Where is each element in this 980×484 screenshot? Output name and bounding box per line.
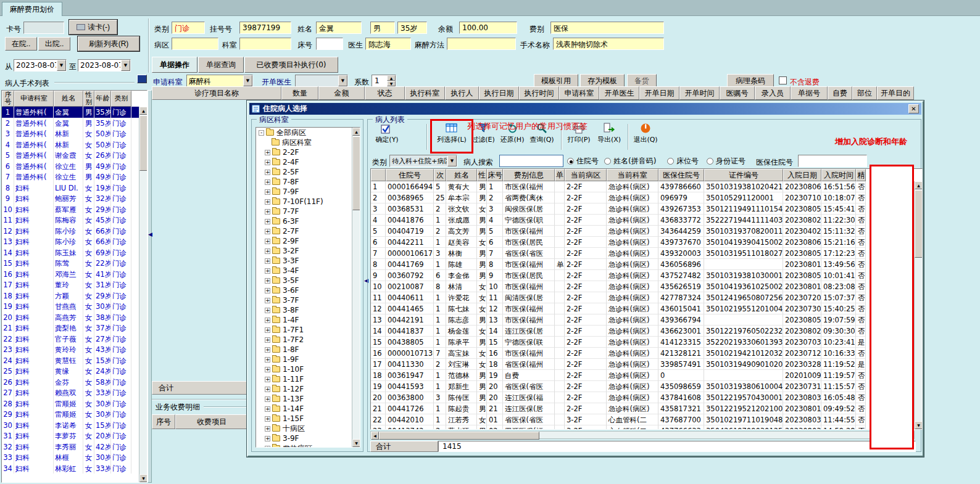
- tree-expand-icon[interactable]: +: [265, 239, 270, 244]
- step-down-icon[interactable]: ▼: [387, 81, 396, 86]
- anesthesia-method-field[interactable]: [447, 38, 516, 50]
- tree-expand-icon[interactable]: +: [265, 436, 270, 441]
- surgery-list-row[interactable]: 12妇科陈小珍女66岁门诊: [2, 226, 147, 237]
- exit-button[interactable]: 退出(Q): [631, 123, 660, 152]
- tree-item[interactable]: +2-4F: [256, 157, 360, 167]
- radio-bed-no[interactable]: 床位号: [667, 156, 699, 166]
- order-column-header[interactable]: 诊疗项目名称: [152, 86, 281, 100]
- surgery-list-row[interactable]: 5普通外科(谢金霞女26岁门诊: [2, 150, 147, 161]
- tree-item[interactable]: +发热病区: [256, 443, 360, 448]
- tree-expand-icon[interactable]: +: [265, 209, 270, 215]
- tree-item[interactable]: +1-13F: [256, 394, 360, 404]
- date-to-combo[interactable]: 2023-08-07 ▼: [78, 59, 131, 72]
- name-field[interactable]: 金翼: [316, 22, 362, 34]
- order-column-header[interactable]: 自费: [828, 86, 852, 100]
- patient-row[interactable]: 4004418761张成愿男4宁德医保(职2-2F急诊科(病区)43683377…: [371, 215, 922, 226]
- surgery-list-row[interactable]: 19妇科甘燕燕女30岁门诊: [2, 301, 147, 312]
- order-column-header[interactable]: 单据号: [791, 86, 828, 100]
- patient-row[interactable]: 19004415931郑新生男20省医保(省医2-2F急诊科(病区)435098…: [371, 381, 922, 392]
- patient-column-header[interactable]: [371, 169, 386, 181]
- patient-search-input[interactable]: [499, 155, 563, 167]
- tree-expand-icon[interactable]: +: [265, 298, 270, 303]
- order-column-header[interactable]: 数量: [281, 86, 318, 100]
- tree-expand-icon[interactable]: +: [265, 377, 270, 382]
- tree-item[interactable]: +3-5F: [256, 276, 360, 285]
- scroll-track[interactable]: [539, 432, 906, 438]
- tab-order-operation[interactable]: 单据操作: [152, 57, 197, 73]
- surgery-list-row[interactable]: 2普通外科(金翼男35岁门诊: [2, 118, 147, 129]
- patient-column-header[interactable]: 单: [555, 169, 565, 181]
- tree-item[interactable]: +7-9F: [256, 187, 360, 197]
- surgery-list-row[interactable]: 13妇科陈小珍女66岁门诊: [2, 236, 147, 247]
- tree-expand-icon[interactable]: +: [265, 416, 270, 422]
- surgery-list-row[interactable]: 10妇科蔡军雁女29岁门诊: [2, 204, 147, 215]
- tree-item[interactable]: +1-7F2: [256, 335, 360, 345]
- balance-field[interactable]: 100.00: [459, 22, 517, 34]
- order-column-header[interactable]: 医嘱号: [720, 86, 755, 100]
- order-column-header[interactable]: 金额: [318, 86, 365, 100]
- surgery-list-row[interactable]: 8妇科LIU DI.女19岁门诊: [2, 183, 147, 194]
- surgery-column-header[interactable]: 年龄: [94, 91, 111, 107]
- tab-anesthesia-pricing[interactable]: 麻醉费用划价: [2, 2, 62, 16]
- patient-row[interactable]: 15004388051陈承平男15宁德医保(联2-2F急诊科(病区)414123…: [371, 337, 922, 348]
- chevron-down-icon[interactable]: ▼: [338, 75, 347, 86]
- patient-column-header[interactable]: 住院号: [386, 169, 434, 181]
- template-reference-button[interactable]: 模板引用: [534, 74, 578, 88]
- scroll-thumb[interactable]: [915, 190, 923, 258]
- patient-row[interactable]: 21004417261陈起贵男21连江医保(居2-2F急诊科(病区)435817…: [371, 403, 922, 414]
- patient-column-header[interactable]: 姓名: [446, 169, 477, 181]
- scroll-thumb[interactable]: [352, 136, 360, 210]
- tree-expand-icon[interactable]: +: [265, 288, 270, 293]
- patient-row[interactable]: 3003685312张文钦女3闽侯医保(居2-2F急诊科(病区)43926735…: [371, 203, 922, 215]
- dialog-title-bar[interactable]: 住院病人选择 ✕: [249, 103, 921, 115]
- scroll-up-icon[interactable]: ▲: [915, 181, 923, 189]
- tree-expand-icon[interactable]: +: [265, 426, 270, 432]
- patient-row[interactable]: 12004414651陈七妹女12市医保(福州2-2F急诊科(病区)436015…: [371, 303, 922, 314]
- surgery-list-row[interactable]: 25妇科黄缘女24岁门诊: [2, 366, 147, 377]
- scroll-left-icon[interactable]: ◀: [371, 432, 379, 440]
- read-card-button[interactable]: 读卡(-): [69, 20, 117, 35]
- order-column-header[interactable]: 开单日期: [639, 86, 679, 100]
- tree-expand-icon[interactable]: +: [265, 337, 270, 343]
- tree-item[interactable]: +3-4F: [256, 266, 360, 276]
- no-refund-checkbox[interactable]: [779, 76, 787, 84]
- tree-scrollbar[interactable]: ▲ ▼: [352, 128, 360, 447]
- patient-row[interactable]: 16000001071307高宝妹女16市医保(福州2-2F急诊科(病区)421…: [371, 348, 922, 359]
- tree-expand-icon[interactable]: +: [265, 268, 270, 274]
- tree-item[interactable]: +3-3F: [256, 256, 360, 266]
- confirm-button[interactable]: 确定(Y): [371, 123, 403, 152]
- tree-expand-icon[interactable]: +: [265, 258, 270, 264]
- patient-row[interactable]: 13004421911陈志彦男13市医保(福州2-2F急诊科(病区)439366…: [371, 314, 922, 326]
- patient-column-header[interactable]: 当前病区: [565, 169, 607, 181]
- surgery-list-row[interactable]: 31妇科李萝芬女20岁门诊: [2, 430, 147, 441]
- patient-row[interactable]: 20036896525牟本宗男2省两费(离休2-2F急诊科(病区)0969793…: [371, 192, 922, 203]
- patient-row[interactable]: 6004422111赵美容女6市医保(居民2-2F急诊科(病区)43973767…: [371, 237, 922, 248]
- tree-item[interactable]: +3-2F: [256, 246, 360, 256]
- tree-expand-icon[interactable]: +: [265, 170, 270, 175]
- surgery-list-row[interactable]: 7普通外科(徐立生男49岁门诊: [2, 171, 147, 183]
- patient-row[interactable]: 10002100878林清女10市医保(福州2-2F急诊科(病区)4356265…: [371, 281, 922, 292]
- tree-item[interactable]: +2-9F: [256, 236, 360, 246]
- tree-item[interactable]: +1-11F: [256, 374, 360, 384]
- tree-expand-icon[interactable]: +: [265, 367, 270, 372]
- surgery-list-row[interactable]: 24妇科黄慧钰女15岁门诊: [2, 355, 147, 366]
- date-from-combo[interactable]: 2023-08-07 ▼: [14, 59, 67, 72]
- gender-field[interactable]: 男: [370, 22, 395, 34]
- patient-column-header[interactable]: 性: [477, 169, 487, 181]
- surgery-list-row[interactable]: 29妇科雷顺姬女30岁门诊: [2, 409, 147, 420]
- tree-item[interactable]: +7-7F: [256, 207, 360, 216]
- tab-charged-supplement[interactable]: 已收费项目补执行(0): [244, 57, 338, 73]
- scroll-down-icon[interactable]: ▼: [915, 421, 923, 429]
- order-column-header[interactable]: 开单目的: [877, 86, 914, 100]
- scroll-thumb[interactable]: [379, 432, 539, 440]
- surgery-list-row[interactable]: 15妇科陈莺女22岁门诊: [2, 258, 147, 269]
- patient-row[interactable]: 22004420101江若秀女01省医保(省医3-2F心血管科(二4376877…: [371, 414, 922, 425]
- export-button[interactable]: 导出(X): [594, 123, 624, 152]
- card-no-field[interactable]: [23, 22, 64, 34]
- tree-expand-icon[interactable]: +: [265, 219, 270, 224]
- category-field[interactable]: 门诊: [172, 22, 205, 34]
- chevron-down-icon[interactable]: ▼: [57, 60, 66, 71]
- tree-item[interactable]: +1-7F1: [256, 325, 360, 335]
- coefficient-stepper[interactable]: 1 ▲▼: [372, 75, 396, 87]
- surgery-list-row[interactable]: 18妇科方颖女29岁门诊: [2, 290, 147, 301]
